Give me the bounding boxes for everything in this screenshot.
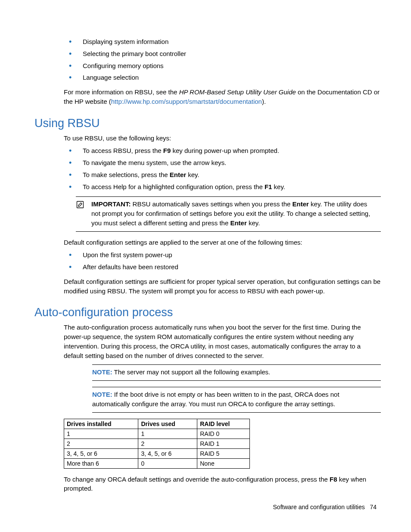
page-footer: Software and configuration utilities 74 — [273, 504, 377, 510]
list-item: Configuring memory options — [34, 61, 381, 71]
intro-bullet-list: Displaying system information Selecting … — [34, 37, 381, 82]
col-header: Drives installed — [64, 419, 138, 429]
key-name: F9 — [163, 147, 171, 154]
bullet-text: To make selections, press the — [83, 171, 170, 178]
note-text: If the boot drive is not empty or has be… — [92, 391, 339, 408]
list-item: Language selection — [34, 73, 381, 82]
raid-table: Drives installed Drives used RAID level … — [64, 419, 250, 469]
cell: RAID 5 — [197, 448, 250, 458]
list-item: Upon the first system power-up — [34, 250, 381, 260]
note-text: The server may not support all the follo… — [112, 368, 271, 376]
cell: 2 — [138, 439, 197, 448]
key-name: Enter — [170, 171, 186, 178]
bullet-text: key during power-up when prompted. — [171, 147, 279, 154]
intro-guide-title: HP ROM-Based Setup Utility User Guide — [179, 88, 296, 96]
using-rbsu-heading: Using RBSU — [34, 117, 381, 130]
intro-text: For more information on RBSU, see the — [64, 88, 179, 96]
key-name: Enter — [230, 219, 246, 227]
cell: None — [197, 458, 250, 468]
page-number: 74 — [370, 504, 377, 510]
col-header: RAID level — [197, 419, 250, 429]
table-row: 2 2 RAID 1 — [64, 439, 250, 448]
note-callout-2: NOTE: If the boot drive is not empty or … — [92, 387, 381, 413]
auto-config-heading: Auto-configuration process — [34, 306, 381, 319]
svg-rect-0 — [77, 202, 84, 208]
intro-paragraph: For more information on RBSU, see the HP… — [64, 87, 381, 106]
bullet-text: key. — [272, 183, 285, 190]
table-header-row: Drives installed Drives used RAID level — [64, 419, 250, 429]
list-item: Displaying system information — [34, 37, 381, 47]
note-label: NOTE: — [92, 368, 112, 376]
cell: 3, 4, 5, or 6 — [64, 448, 138, 458]
note-callout-1: NOTE: The server may not support all the… — [92, 364, 381, 381]
auto-paragraph: The auto-configuration process automatic… — [64, 323, 381, 360]
list-item: After defaults have been restored — [34, 262, 381, 272]
auto-closing: To change any ORCA default settings and … — [64, 475, 381, 494]
bullet-text: To access Help for a highlighted configu… — [83, 183, 265, 190]
important-callout: IMPORTANT: RBSU automatically saves sett… — [76, 196, 381, 231]
list-item: To access Help for a highlighted configu… — [34, 182, 381, 192]
cell: 1 — [138, 429, 197, 439]
cell: 2 — [64, 439, 138, 448]
closing-text: To change any ORCA default settings and … — [64, 476, 330, 483]
cell: 3, 4, 5, or 6 — [138, 448, 197, 458]
bullet-text: key. — [186, 171, 199, 178]
key-name: Enter — [293, 200, 309, 208]
cell: RAID 1 — [197, 439, 250, 448]
key-name: F1 — [265, 183, 272, 190]
important-text: key. — [247, 219, 260, 227]
table-row: 1 1 RAID 0 — [64, 429, 250, 439]
list-item: To access RBSU, press the F9 key during … — [34, 146, 381, 156]
footer-section: Software and configuration utilities — [273, 504, 365, 510]
table-row: More than 6 0 None — [64, 458, 250, 468]
using-bullet-list: To access RBSU, press the F9 key during … — [34, 146, 381, 191]
list-item: To make selections, press the Enter key. — [34, 170, 381, 180]
important-icon — [76, 203, 84, 210]
cell: RAID 0 — [197, 429, 250, 439]
cell: 0 — [138, 458, 197, 468]
key-name: F8 — [330, 476, 337, 483]
hp-documentation-link[interactable]: http://www.hp.com/support/smartstart/doc… — [111, 98, 262, 105]
cell: 1 — [64, 429, 138, 439]
important-label: IMPORTANT: — [91, 200, 131, 208]
important-text: RBSU automatically saves settings when y… — [131, 200, 292, 208]
bullet-text: To navigate the menu system, use the arr… — [83, 159, 227, 166]
col-header: Drives used — [138, 419, 197, 429]
defaults-bullet-list: Upon the first system power-up After def… — [34, 250, 381, 272]
intro-text-end: ). — [262, 98, 266, 105]
using-closing: Default configuration settings are suffi… — [64, 277, 381, 296]
using-lead: To use RBSU, use the following keys: — [64, 134, 381, 143]
list-item: To navigate the menu system, use the arr… — [34, 158, 381, 168]
note-label: NOTE: — [92, 391, 112, 398]
defaults-paragraph: Default configuration settings are appli… — [64, 238, 381, 247]
list-item: Selecting the primary boot controller — [34, 49, 381, 59]
bullet-text: To access RBSU, press the — [83, 147, 163, 154]
cell: More than 6 — [64, 458, 138, 468]
table-row: 3, 4, 5, or 6 3, 4, 5, or 6 RAID 5 — [64, 448, 250, 458]
